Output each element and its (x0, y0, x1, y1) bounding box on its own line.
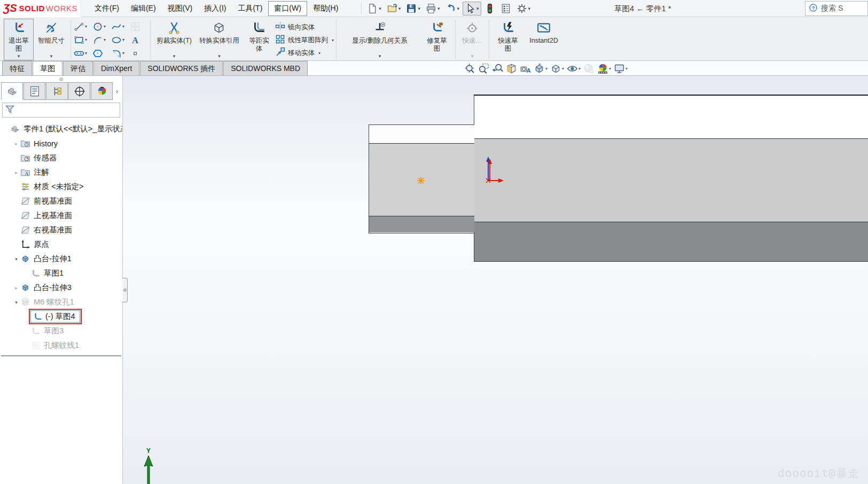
rebuild-traffic-light-button[interactable] (482, 2, 497, 15)
tree-expand-arrow[interactable]: ▸ (12, 170, 20, 175)
mirror-entities-button[interactable]: 镜向实体 (275, 21, 334, 34)
propertymanager-tab[interactable] (24, 82, 45, 100)
display-delete-relations-button[interactable]: 显示/删除几何关系 ▾ (339, 19, 420, 60)
spline-tool-icon[interactable]: ▾ (111, 21, 129, 33)
tree-item-0[interactable]: 零件1 (默认<<默认>_显示状态 (0, 122, 122, 136)
panel-splitter-handle[interactable] (122, 278, 128, 302)
open-file-button[interactable]: ▾ (385, 2, 403, 15)
print-button[interactable]: ▾ (424, 2, 442, 15)
slot-tool-icon[interactable]: ▾ (73, 48, 92, 59)
tab-SOLIDWORKS 插件[interactable]: SOLIDWORKS 插件 (140, 61, 223, 75)
tree-item-4[interactable]: 材质 <未指定> (0, 179, 122, 194)
rollback-bar[interactable] (1, 355, 121, 356)
menu-item-5[interactable]: 窗口(W) (268, 1, 307, 16)
repair-sketch-button[interactable]: 修复草图 (421, 19, 452, 60)
linear-pattern-button[interactable]: 线性草图阵列 ▾ (275, 34, 334, 46)
trim-dropdown[interactable]: ▾ (173, 53, 176, 60)
menu-item-1[interactable]: 编辑(E) (125, 1, 162, 16)
display-style-button[interactable]: ▾ (550, 63, 565, 75)
sketch-origin-triad (479, 156, 504, 185)
tab-SOLIDWORKS MBD[interactable]: SOLIDWORKS MBD (223, 61, 308, 75)
smart-dimension-dropdown[interactable]: ▾ (50, 53, 53, 60)
menu-item-0[interactable]: 文件(F) (89, 1, 125, 16)
rectangle-tool-icon[interactable]: ▾ (73, 34, 92, 46)
trim-entities-button[interactable]: 剪裁实体(T) ▾ (153, 19, 195, 60)
ellipse-tool-icon[interactable]: ▾ (111, 34, 129, 46)
smart-dimension-button[interactable]: 智能尺寸 ▾ (35, 19, 68, 60)
manager-tabs-overflow[interactable]: › (116, 87, 118, 95)
tree-item-9[interactable]: ▾凸台-拉伸1 (0, 252, 122, 266)
tree-item-5[interactable]: 前视基准面 (0, 194, 122, 208)
previous-view-button[interactable] (491, 63, 504, 75)
relations-dropdown[interactable]: ▾ (379, 53, 381, 60)
tree-item-2[interactable]: 传感器 (0, 151, 122, 165)
line-tool-icon[interactable]: ▾ (73, 21, 92, 33)
help-search-box[interactable]: ? 搜索 S (805, 1, 868, 16)
apply-scene-button[interactable]: ▾ (597, 63, 612, 75)
tree-item-6[interactable]: 上视基准面 (0, 208, 122, 223)
convert-entities-button[interactable]: 转换实体引用 ▾ (196, 19, 243, 60)
panel-collapse-dot[interactable] (59, 77, 63, 81)
tree-expand-arrow[interactable]: ▾ (12, 300, 20, 305)
tree-item-13[interactable]: (-) 草图4 (0, 309, 122, 324)
graphics-viewport[interactable]: Y dooooit@暴走 (123, 76, 868, 484)
exit-sketch-button[interactable]: 退出草图 ▾ (4, 19, 34, 60)
view-orientation-button[interactable]: ▾ (533, 63, 548, 75)
menu-item-6[interactable]: 帮助(H) (307, 1, 344, 16)
new-file-button[interactable]: ▾ (365, 2, 384, 15)
undo-button[interactable]: ▾ (443, 2, 462, 15)
exit-sketch-dropdown[interactable]: ▾ (18, 53, 20, 60)
save-button[interactable]: ▾ (404, 2, 423, 15)
rapid-sketch-button[interactable]: 快速草图 (492, 19, 524, 60)
tree-expand-arrow[interactable]: ▾ (12, 256, 20, 262)
tree-item-3[interactable]: ▸A注解 (0, 165, 122, 179)
tree-expand-arrow[interactable]: ▸ (12, 141, 20, 146)
offset-entities-button[interactable]: 等距实体 (244, 19, 275, 60)
menu-item-4[interactable]: 工具(T) (232, 1, 268, 16)
section-view-button[interactable] (505, 63, 518, 75)
zoom-area-button[interactable] (478, 63, 490, 75)
tree-item-8[interactable]: 原点 (0, 237, 122, 252)
active-sketch-selection-box[interactable]: (-) 草图4 (30, 310, 80, 323)
file-properties-button[interactable] (498, 2, 513, 15)
tree-expand-arrow[interactable]: ▸ (12, 285, 20, 291)
sketch-point-marker[interactable] (417, 176, 425, 185)
move-dropdown[interactable]: ▾ (318, 51, 320, 56)
select-cursor-button[interactable]: ▾ (463, 2, 481, 15)
view-settings-button[interactable]: ▾ (613, 63, 628, 75)
tree-item-10[interactable]: 草图1 (0, 266, 122, 280)
circle-tool-icon[interactable]: ▾ (92, 21, 111, 33)
tab-DimXpert[interactable]: DimXpert (93, 61, 139, 75)
tree-item-11[interactable]: ▸凸台-拉伸3 (0, 280, 122, 295)
menu-item-2[interactable]: 视图(V) (162, 1, 199, 16)
tab-评估[interactable]: 评估 (63, 61, 93, 75)
filter-input[interactable] (17, 106, 118, 114)
zoom-fit-button[interactable] (464, 63, 476, 75)
text-tool-icon[interactable]: A (129, 34, 148, 46)
tab-特征[interactable]: 特征 (2, 61, 32, 75)
polygon-tool-icon[interactable] (92, 48, 111, 59)
tree-item-7[interactable]: 右视基准面 (0, 223, 122, 237)
dimxpertmanager-tab[interactable] (68, 82, 90, 100)
tree-item-12[interactable]: ▾M6 螺纹孔1 (0, 295, 122, 309)
arc-tool-icon[interactable]: ▾ (92, 34, 111, 46)
dynamic-annotation-view-button[interactable]: A (519, 63, 531, 75)
options-gear-button[interactable]: ▾ (514, 2, 533, 15)
featuremanager-tab[interactable] (1, 82, 23, 100)
tree-item-1[interactable]: ▸History (0, 136, 122, 151)
tree-item-15[interactable]: 孔螺蚊线1 (0, 338, 122, 353)
fillet-tool-icon[interactable]: ▾ (111, 48, 129, 59)
point-tool-icon[interactable] (129, 48, 148, 59)
convert-dropdown[interactable]: ▾ (218, 53, 221, 60)
configurationmanager-tab[interactable] (46, 82, 68, 100)
menu-item-3[interactable]: 插入(I) (198, 1, 232, 16)
tab-草图[interactable]: 草图 (33, 61, 62, 75)
tree-item-label: History (34, 139, 58, 148)
hide-show-items-button[interactable]: ▾ (566, 63, 581, 75)
part-body-large[interactable] (474, 95, 868, 262)
linear-pattern-dropdown[interactable]: ▾ (332, 38, 334, 43)
tree-item-14[interactable]: 草图3 (0, 324, 122, 338)
displaymanager-tab[interactable] (91, 82, 113, 100)
move-entities-button[interactable]: 移动实体 ▾ (275, 46, 334, 59)
instant2d-button[interactable]: Instant2D (525, 19, 562, 60)
